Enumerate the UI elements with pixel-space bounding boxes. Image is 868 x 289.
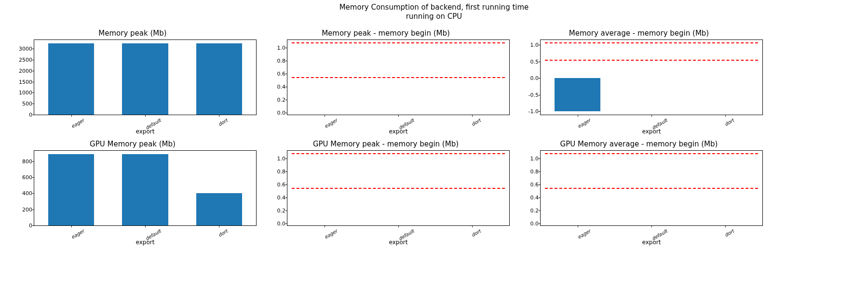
y-tick-label: 0.8: [277, 58, 286, 64]
x-axis-label: export: [541, 128, 762, 135]
y-tick-mark: [32, 115, 34, 115]
x-tick-label: eager: [577, 228, 592, 240]
y-tick-mark: [539, 45, 541, 45]
x-axis-label: export: [287, 128, 509, 135]
plot-area: 0.00.20.40.60.81.0eagerdefaultdortexport: [287, 39, 510, 115]
x-tick-label: dort: [724, 118, 735, 127]
y-tick-label: 0.6: [277, 71, 286, 77]
y-tick-label: 0.2: [530, 208, 539, 214]
reference-line: [545, 188, 758, 189]
x-tick-label: eager: [577, 118, 592, 129]
reference-line: [545, 42, 758, 43]
subplot-4: GPU Memory peak - memory begin (Mb)0.00.…: [263, 150, 509, 225]
y-tick-label: 0.6: [277, 182, 286, 188]
subplot-0: Memory peak (Mb)050010001500200025003000…: [10, 39, 256, 114]
subplot-title: Memory peak - memory begin (Mb): [263, 29, 509, 38]
x-tick-mark: [472, 115, 473, 117]
x-tick-mark: [398, 115, 399, 117]
y-tick-label: 1000: [19, 90, 32, 96]
bar-default: [122, 43, 168, 115]
y-tick-label: 0.8: [530, 169, 539, 175]
y-tick-mark: [539, 111, 541, 112]
x-tick-label: dort: [217, 118, 229, 127]
bar-eager: [48, 154, 94, 225]
plot-area: 0.00.20.40.60.81.0eagerdefaultdortexport: [287, 150, 510, 226]
x-axis-label: export: [541, 239, 762, 246]
plot-area: 0.00.20.40.60.81.0eagerdefaultdortexport: [540, 150, 763, 226]
y-tick-label: 0.5: [530, 58, 539, 65]
y-tick-mark: [32, 104, 34, 104]
y-tick-label: 1.0: [277, 156, 286, 162]
x-tick-mark: [145, 115, 146, 117]
y-tick-mark: [32, 161, 34, 162]
y-tick-mark: [285, 113, 287, 113]
y-tick-mark: [539, 158, 541, 159]
x-tick-label: eager: [324, 228, 339, 240]
x-tick-mark: [651, 225, 652, 227]
x-tick-label: dort: [471, 118, 482, 127]
y-tick-label: 0.2: [277, 97, 286, 103]
x-tick-mark: [651, 115, 652, 117]
x-axis-label: export: [34, 128, 256, 135]
x-tick-mark: [71, 115, 72, 117]
y-tick-label: 200: [22, 206, 32, 212]
y-tick-mark: [539, 210, 541, 211]
y-tick-mark: [285, 100, 287, 100]
bar-eager: [555, 78, 600, 111]
y-tick-label: 400: [22, 190, 32, 197]
y-tick-label: 0.6: [530, 182, 539, 188]
y-tick-mark: [539, 171, 541, 172]
figure: Memory Consumption of backend, first run…: [0, 0, 868, 289]
x-tick-mark: [219, 115, 219, 117]
plot-area: -1.0-0.50.00.51.0eagerdefaultdortexport: [540, 39, 763, 115]
figure-suptitle: Memory Consumption of backend, first run…: [0, 3, 868, 21]
x-tick-mark: [219, 225, 219, 227]
subplot-title: Memory average - memory begin (Mb): [516, 29, 762, 38]
x-tick-label: dort: [217, 228, 229, 238]
y-tick-mark: [285, 223, 287, 224]
x-tick-mark: [725, 225, 726, 227]
x-axis-label: export: [34, 239, 256, 246]
y-tick-label: -1.0: [529, 108, 539, 115]
y-tick-mark: [32, 92, 34, 93]
y-tick-mark: [285, 184, 287, 185]
y-tick-mark: [539, 223, 541, 224]
subplot-2: Memory average - memory begin (Mb)-1.0-0…: [516, 39, 762, 114]
y-tick-label: 1.0: [530, 156, 539, 162]
subplot-title: GPU Memory peak - memory begin (Mb): [263, 140, 509, 148]
y-tick-mark: [539, 62, 541, 62]
x-tick-label: dort: [471, 228, 482, 238]
y-tick-mark: [539, 78, 541, 79]
y-tick-mark: [285, 197, 287, 198]
y-tick-mark: [32, 60, 34, 60]
x-tick-mark: [578, 225, 578, 227]
subplot-title: Memory peak (Mb): [10, 29, 256, 38]
y-tick-mark: [32, 82, 34, 82]
plot-area: 050010001500200025003000eagerdefaultdort…: [34, 39, 257, 115]
subplot-title: GPU Memory peak (Mb): [10, 140, 256, 148]
y-tick-mark: [285, 74, 287, 74]
y-tick-label: -0.5: [529, 92, 539, 98]
subplot-1: Memory peak - memory begin (Mb)0.00.20.4…: [263, 39, 509, 114]
bar-default: [122, 154, 168, 225]
y-tick-label: 0.4: [277, 195, 286, 201]
y-tick-label: 2000: [19, 67, 32, 74]
x-tick-mark: [578, 115, 578, 117]
y-tick-mark: [285, 61, 287, 61]
y-tick-label: 0: [29, 223, 32, 229]
x-tick-label: eager: [70, 228, 85, 240]
y-tick-mark: [539, 95, 541, 95]
y-tick-mark: [285, 210, 287, 211]
x-axis-label: export: [287, 239, 509, 246]
x-tick-label: eager: [70, 118, 85, 129]
y-tick-mark: [539, 197, 541, 198]
y-tick-mark: [32, 49, 34, 49]
y-tick-label: 0.2: [277, 208, 286, 214]
x-tick-mark: [325, 115, 325, 117]
x-tick-mark: [398, 225, 399, 227]
subplot-5: GPU Memory average - memory begin (Mb)0.…: [516, 150, 762, 225]
y-tick-label: 0.4: [277, 84, 286, 90]
x-tick-mark: [71, 225, 72, 227]
x-tick-label: eager: [324, 118, 339, 129]
plot-area: 0200400600800eagerdefaultdortexport: [34, 150, 257, 226]
